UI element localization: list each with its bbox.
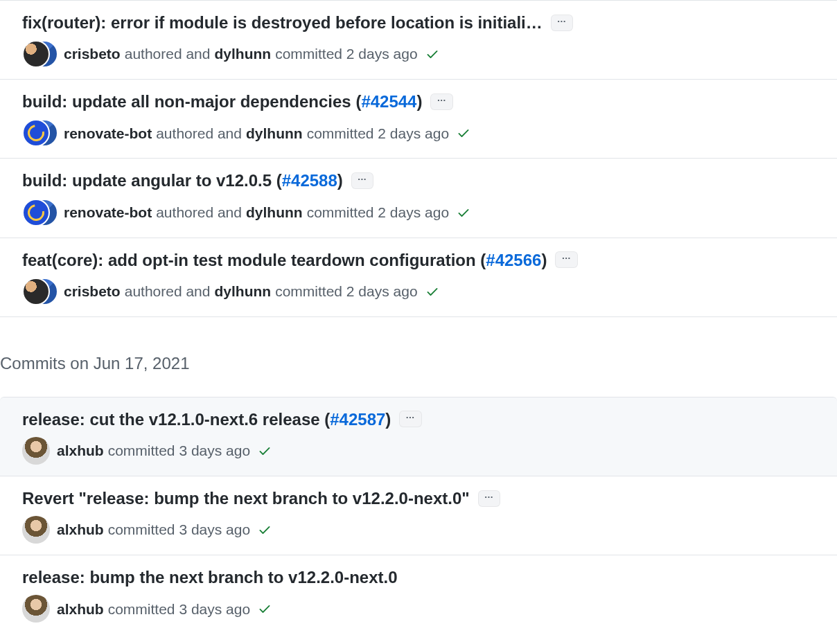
status-check-icon[interactable] [257,522,272,537]
commit-list: fix(router): error if module is destroye… [0,0,837,634]
pr-link[interactable]: #42588 [282,171,337,190]
author-link[interactable]: alxhub [57,440,104,462]
avatar-stack[interactable] [22,199,57,226]
expand-message-button[interactable]: … [351,172,373,189]
commit-time-text: committed 3 days ago [108,440,250,462]
avatar-stack[interactable] [22,40,57,68]
ellipsis-icon: … [484,493,494,497]
author-link[interactable]: alxhub [57,519,104,541]
commit-meta: renovate-botauthored anddylhunncommitted… [22,199,826,226]
commit-title-row: release: cut the v12.1.0-next.6 release … [22,409,826,430]
commit-meta: alxhubcommitted 3 days ago [22,516,826,544]
avatar-stack[interactable] [22,516,50,544]
commit-meta-text: alxhubcommitted 3 days ago [57,519,272,541]
ellipsis-icon: … [557,17,567,21]
commit-title-tail: ) [541,251,547,269]
commit-item: Revert "release: bump the next branch to… [0,476,837,555]
avatar[interactable] [22,516,50,544]
commit-title-row: build: update all non-major dependencies… [22,91,826,112]
commit-item: release: cut the v12.1.0-next.6 release … [0,397,837,476]
avatar-stack[interactable] [22,278,57,305]
commit-time-text: committed 2 days ago [307,202,449,224]
ellipsis-icon: … [405,413,415,418]
pr-link[interactable]: #42566 [486,251,541,269]
status-check-icon[interactable] [456,125,471,141]
committer-link[interactable]: dylhunn [246,202,303,224]
authored-and-text: authored and [125,280,211,303]
author-link[interactable]: crisbeto [64,43,121,65]
commit-title-text: build: update all non-major dependencies… [22,92,361,111]
avatar-stack[interactable] [22,595,50,623]
authored-and-text: authored and [156,123,242,145]
avatar-stack[interactable] [22,437,50,465]
commit-meta-text: crisbetoauthored anddylhunncommitted 2 d… [64,43,440,65]
expand-message-button[interactable]: … [399,411,421,427]
commit-title-link[interactable]: build: update angular to v12.0.5 (#42588… [22,170,343,191]
avatar[interactable] [22,40,50,68]
commit-meta: crisbetoauthored anddylhunncommitted 2 d… [22,40,826,68]
author-link[interactable]: crisbeto [64,280,121,303]
avatar[interactable] [22,595,50,623]
commit-title-link[interactable]: feat(core): add opt-in test module teard… [22,249,547,271]
author-link[interactable]: renovate-bot [64,123,152,145]
status-check-icon[interactable] [257,443,272,458]
commit-group: fix(router): error if module is destroye… [0,0,837,317]
committer-link[interactable]: dylhunn [214,43,271,65]
authored-and-text: authored and [156,202,242,224]
commit-meta: renovate-botauthored anddylhunncommitted… [22,119,826,147]
pr-link[interactable]: #42544 [361,92,416,111]
commit-item: build: update all non-major dependencies… [0,79,837,159]
commit-group: release: cut the v12.1.0-next.6 release … [0,397,837,634]
status-check-icon[interactable] [257,601,272,616]
commit-item: release: bump the next branch to v12.2.0… [0,555,837,634]
commit-time-text: committed 3 days ago [108,598,250,620]
commit-meta-text: alxhubcommitted 3 days ago [57,440,272,462]
author-link[interactable]: renovate-bot [64,202,152,224]
avatar-stack[interactable] [22,119,57,147]
commit-title-link[interactable]: Revert "release: bump the next branch to… [22,488,470,509]
commit-meta: alxhubcommitted 3 days ago [22,437,826,465]
commit-title-text: release: cut the v12.1.0-next.6 release … [22,410,330,429]
committer-link[interactable]: dylhunn [214,280,271,303]
committer-link[interactable]: dylhunn [246,123,303,145]
commit-title-text: build: update angular to v12.0.5 ( [22,171,282,190]
author-link[interactable]: alxhub [57,598,104,620]
commit-time-text: committed 2 days ago [275,280,417,303]
date-heading: Commits on Jun 17, 2021 [0,316,837,397]
status-check-icon[interactable] [425,46,440,62]
commit-title-link[interactable]: release: bump the next branch to v12.2.0… [22,566,398,588]
commit-title-link[interactable]: fix(router): error if module is destroye… [22,12,543,33]
commit-title-row: fix(router): error if module is destroye… [22,12,826,33]
commit-time-text: committed 3 days ago [108,519,250,541]
expand-message-button[interactable]: … [555,251,577,268]
ellipsis-icon: … [561,254,571,258]
commit-title-row: feat(core): add opt-in test module teard… [22,249,826,271]
commit-meta-text: crisbetoauthored anddylhunncommitted 2 d… [64,280,440,303]
commit-title-row: Revert "release: bump the next branch to… [22,488,826,509]
commit-item: fix(router): error if module is destroye… [0,0,837,80]
pr-link[interactable]: #42587 [330,410,385,429]
commit-title-link[interactable]: release: cut the v12.1.0-next.6 release … [22,409,391,430]
commit-title-row: release: bump the next branch to v12.2.0… [22,566,826,588]
commit-meta: alxhubcommitted 3 days ago [22,595,826,623]
commit-title-tail: ) [416,92,422,111]
commit-title-tail: ) [337,171,343,190]
commit-title-row: build: update angular to v12.0.5 (#42588… [22,170,826,191]
commit-meta-text: alxhubcommitted 3 days ago [57,598,272,620]
commit-meta: crisbetoauthored anddylhunncommitted 2 d… [22,278,826,305]
authored-and-text: authored and [125,43,211,65]
status-check-icon[interactable] [425,284,440,299]
expand-message-button[interactable]: … [551,15,573,31]
expand-message-button[interactable]: … [430,93,452,110]
commit-title-link[interactable]: build: update all non-major dependencies… [22,91,422,112]
avatar[interactable] [22,437,50,465]
status-check-icon[interactable] [456,205,471,220]
commit-time-text: committed 2 days ago [275,43,417,65]
commit-title-tail: ) [385,410,391,429]
expand-message-button[interactable]: … [478,490,500,507]
commit-item: feat(core): add opt-in test module teard… [0,238,837,317]
avatar[interactable] [22,199,50,226]
commit-meta-text: renovate-botauthored anddylhunncommitted… [64,202,471,224]
commit-time-text: committed 2 days ago [307,123,449,145]
avatar[interactable] [22,278,50,305]
